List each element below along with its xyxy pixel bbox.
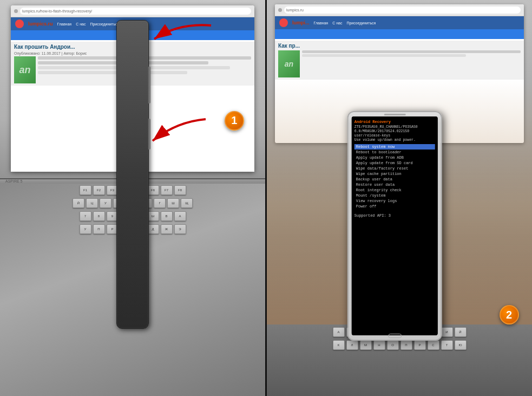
key: Г <box>154 198 166 208</box>
recovery-device-3: user/release-keys <box>354 134 435 138</box>
key: А <box>174 211 186 221</box>
key: М <box>360 340 372 350</box>
phone-screen: Android Recovery ZTE/P635A50_RU_CHANNEL/… <box>352 116 438 335</box>
key: Й <box>73 198 84 208</box>
phone-right: Android Recovery ZTE/P635A50_RU_CHANNEL/… <box>347 111 442 341</box>
content-image-left: an <box>14 56 36 83</box>
badge-2-label: 2 <box>506 309 512 321</box>
recovery-menu-item[interactable]: Restore user data <box>354 182 435 187</box>
left-panel: lumpics.ru/how-to-flash-through-recovery… <box>0 0 267 396</box>
key: F1 <box>80 185 91 195</box>
key: С <box>428 340 439 350</box>
content-text-left: an <box>19 64 30 76</box>
nav-join-left: Присоединиться <box>90 22 119 26</box>
key: Н <box>373 340 385 350</box>
badge-1-label: 1 <box>231 114 237 127</box>
key: Щ <box>181 198 193 208</box>
recovery-device-1: ZTE/P635A50_RU_CHANNEL/P635A50 <box>354 125 435 129</box>
site-logo-right <box>279 18 288 27</box>
key: Т <box>441 340 453 350</box>
key: П <box>93 224 105 234</box>
key: В <box>161 211 173 221</box>
recovery-menu: Reboot system nowReboot to bootloaderApp… <box>354 144 435 209</box>
nav-home-left: Главная <box>57 22 72 26</box>
content-placeholder-right: an <box>278 50 521 77</box>
key: У <box>80 224 91 234</box>
key: П <box>400 340 412 350</box>
supported-api: Supported API: 3 <box>354 213 435 218</box>
key: И <box>441 327 453 337</box>
keyboard-row-right-2: К Л М Н О П Р С Т Ю <box>267 339 532 352</box>
recovery-menu-item[interactable]: Apply update from ADB <box>354 155 435 160</box>
key: У <box>100 198 111 208</box>
nav-join-right: Присоединиться <box>346 21 376 25</box>
recovery-menu-item[interactable]: Backup user data <box>354 177 435 182</box>
key: Э <box>174 224 186 234</box>
key: Й <box>455 327 467 337</box>
key: Ю <box>455 340 467 350</box>
key: К <box>333 340 345 350</box>
key: F8 <box>174 185 186 195</box>
key: 7 <box>80 211 91 221</box>
recovery-menu-item[interactable]: Apply update from SD card <box>354 160 435 166</box>
recovery-menu-item[interactable]: Reboot system now <box>354 144 435 150</box>
phone-speaker <box>384 114 405 115</box>
nav-about-right: С нас <box>332 21 342 25</box>
recovery-menu-item[interactable]: View recovery logs <box>354 198 435 204</box>
url-text-left: lumpics.ru/how-to-flash-through-recovery… <box>22 9 92 13</box>
key: Р <box>414 340 426 350</box>
browser-dot-right <box>278 8 282 12</box>
url-bar-left: lumpics.ru/how-to-flash-through-recovery… <box>20 8 251 15</box>
site-logo-left <box>15 20 24 28</box>
volume-button-up-left <box>148 67 150 103</box>
nav-about-left: С нас <box>76 22 86 26</box>
android-recovery-screen: Android Recovery ZTE/P635A50_RU_CHANNEL/… <box>352 116 438 335</box>
recovery-menu-item[interactable]: Root integrity check <box>354 187 435 193</box>
site-nav-right: lumpi... Главная С нас Присоединиться <box>275 16 524 29</box>
nav-home-right: Главная <box>314 21 329 25</box>
content-image-right: an <box>278 50 300 77</box>
key: Л <box>346 340 358 350</box>
browser-dot <box>14 9 18 13</box>
key: Ш <box>167 198 179 208</box>
recovery-menu-item[interactable]: Mount /system <box>354 193 435 198</box>
recovery-menu-item[interactable]: Wipe cache partition <box>354 171 435 177</box>
arrow-1-svg <box>146 20 216 69</box>
key: О <box>387 340 399 350</box>
badge-2: 2 <box>500 305 519 324</box>
key: Ж <box>161 224 173 234</box>
phone-home-button[interactable] <box>388 334 402 338</box>
key: Ц <box>86 198 98 208</box>
recovery-menu-item[interactable]: Reboot to bootloader <box>354 150 435 155</box>
site-name-right: lumpi... <box>292 20 310 25</box>
recovery-menu-item[interactable]: Power off <box>354 204 435 209</box>
site-name-left: lumpics.ru <box>28 21 53 27</box>
right-panel: lumpics.ru lumpi... Главная С нас Присое… <box>267 0 532 396</box>
key: F7 <box>161 185 173 195</box>
recovery-use: Use volume up/down and power. <box>354 138 435 142</box>
recovery-title: Android Recovery <box>354 120 435 124</box>
key: F2 <box>93 185 105 195</box>
key: А <box>333 327 345 337</box>
blue-banner-right <box>275 29 524 39</box>
page-title-right: Как пр... <box>278 43 521 49</box>
arrow-2-svg <box>146 111 211 154</box>
url-bar-right: lumpics.ru <box>284 7 521 14</box>
recovery-menu-item[interactable]: Wipe data/factory reset <box>354 166 435 171</box>
recovery-device-2: 6.0/MRA58K/20170524.022150 <box>354 129 435 133</box>
browser-chrome-right: lumpics.ru <box>275 4 524 16</box>
key: 8 <box>93 211 105 221</box>
url-text-right: lumpics.ru <box>286 8 304 12</box>
site-content-right: Как пр... an <box>275 41 524 80</box>
browser-chrome-left: lumpics.ru/how-to-flash-through-recovery… <box>11 5 254 17</box>
phone-left <box>116 20 149 329</box>
badge-1: 1 <box>225 111 244 131</box>
